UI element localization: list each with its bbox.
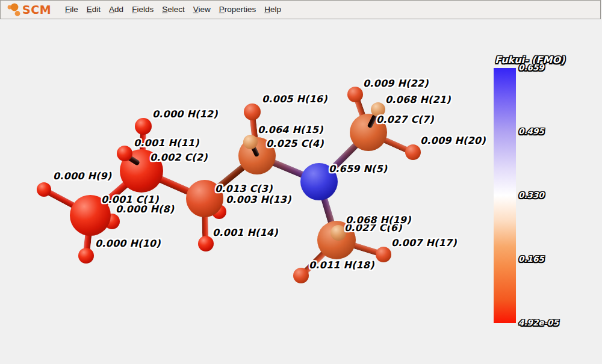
atom-H20[interactable] [405, 144, 421, 160]
atom-H14[interactable] [198, 236, 214, 251]
atom-label-H20: 0.009 H(20) [420, 135, 486, 146]
menu-item-help[interactable]: Help [260, 0, 285, 19]
amsview-window: SCM FileEditAddFieldsSelectViewPropertie… [0, 0, 602, 364]
menu-bar: SCM FileEditAddFieldsSelectViewPropertie… [0, 0, 601, 19]
atom-label-C2: 0.002 C(2) [150, 152, 208, 163]
menu-item-add[interactable]: Add [105, 0, 128, 19]
atom-label-C4: 0.025 C(4) [266, 138, 324, 149]
atom-label-H13: 0.003 H(13) [226, 194, 291, 205]
scm-logo-icon [5, 2, 22, 18]
atom-H17[interactable] [376, 247, 391, 262]
atom-label-N5: 0.659 N(5) [329, 163, 387, 174]
colorbar-tick-1: 0.495 [518, 126, 544, 136]
atom-label-H9: 0.000 H(9) [53, 170, 111, 182]
atom-H10[interactable] [78, 248, 94, 264]
colorbar-gradient [494, 68, 516, 323]
menu-item-properties[interactable]: Properties [215, 0, 261, 19]
atom-label-H16: 0.005 H(16) [262, 93, 327, 105]
atom-label-C3: 0.013 C(3) [215, 183, 273, 194]
atom-label-H17: 0.007 H(17) [391, 237, 457, 248]
atom-label-H18: 0.011 H(18) [309, 259, 374, 271]
menu-items: FileEditAddFieldsSelectViewPropertiesHel… [61, 0, 285, 19]
atom-label-H21: 0.068 H(21) [385, 94, 451, 105]
atom-label-H15: 0.064 H(15) [258, 124, 323, 135]
atom-label-H19: 0.068 H(19) [346, 214, 411, 226]
atom-label-H11: 0.001 H(11) [134, 137, 199, 149]
menu-item-view[interactable]: View [189, 0, 215, 19]
fukui-colorbar: Fukui- (FMO) 0.6590.4950.3300.1654.92e-0… [494, 54, 602, 337]
colorbar-tick-2: 0.330 [518, 190, 544, 200]
scm-logo: SCM [5, 2, 51, 18]
atom-H15[interactable] [243, 135, 258, 149]
atom-label-C7: 0.027 C(7) [376, 114, 434, 125]
atom-H22[interactable] [347, 87, 363, 102]
atom-H16[interactable] [244, 103, 261, 120]
atom-label-H22: 0.009 H(22) [363, 78, 429, 89]
atom-label-H14: 0.001 H(14) [213, 227, 278, 238]
menu-item-fields[interactable]: Fields [128, 0, 158, 19]
atom-label-H10: 0.000 H(10) [95, 238, 161, 249]
molecule-viewport[interactable]: 0.001 C(1)0.002 C(2)0.013 C(3)0.025 C(4)… [0, 0, 602, 364]
colorbar-tick-4: 4.92e-05 [518, 318, 559, 327]
menu-item-edit[interactable]: Edit [82, 0, 105, 19]
scm-logo-text: SCM [22, 3, 51, 16]
colorbar-tick-0: 0.659 [518, 63, 544, 72]
atom-H12[interactable] [135, 118, 152, 135]
atom-H9[interactable] [37, 182, 51, 197]
atom-label-H12: 0.000 H(12) [152, 108, 218, 120]
atom-label-H8: 0.000 H(8) [116, 203, 174, 215]
colorbar-tick-3: 0.165 [518, 254, 544, 264]
atom-H11[interactable] [117, 146, 132, 161]
atom-H18[interactable] [293, 268, 309, 283]
menu-item-file[interactable]: File [61, 0, 82, 19]
menu-item-select[interactable]: Select [158, 0, 189, 19]
